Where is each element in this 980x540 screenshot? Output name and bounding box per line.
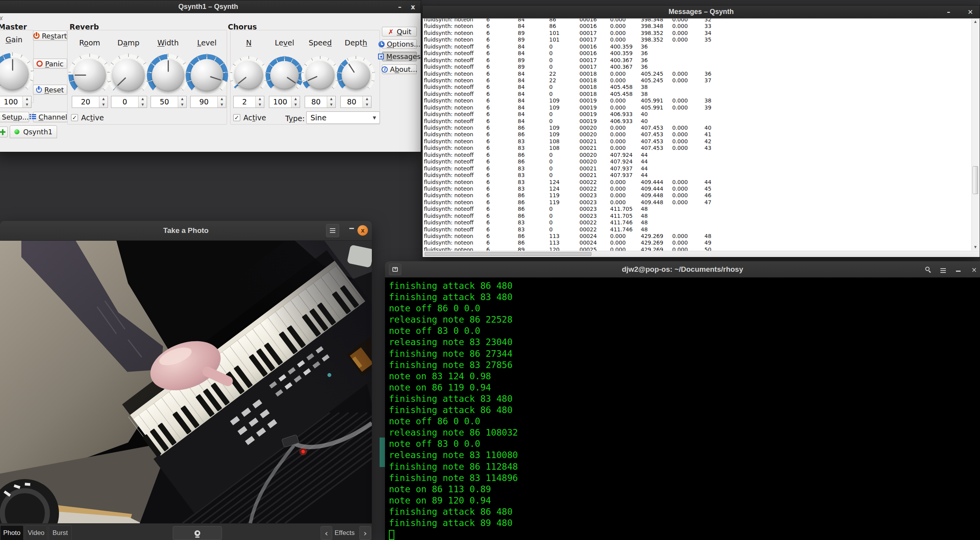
checkbox-icon[interactable]: ✓ <box>233 114 240 121</box>
scrollbar-thumb[interactable] <box>425 252 591 256</box>
log-cell: 6 <box>486 233 518 240</box>
quit-button[interactable]: ✗Quit <box>382 27 417 36</box>
log-cell <box>704 118 971 125</box>
vertical-scrollbar[interactable]: ▲ ▼ <box>971 19 979 250</box>
chorus-spinbox-0[interactable]: 2▲▼ <box>233 96 264 108</box>
reverb-spinbox-0[interactable]: 20▲▼ <box>72 96 108 108</box>
tab-photo[interactable]: Photo <box>0 525 24 540</box>
tab-burst[interactable]: Burst <box>49 525 72 540</box>
spin-up-icon[interactable]: ▲ <box>363 96 371 102</box>
reset-icon <box>36 87 42 93</box>
reverb-spinbox-2[interactable]: 50▲▼ <box>151 96 187 108</box>
effects-label[interactable]: Effects <box>335 526 355 540</box>
spin-down-icon[interactable]: ▼ <box>256 102 264 108</box>
spin-down-icon[interactable]: ▼ <box>178 102 186 108</box>
tab-video[interactable]: Video <box>25 525 47 540</box>
spin-up-icon[interactable]: ▲ <box>99 96 108 102</box>
engine-tab-qsynth1[interactable]: Qsynth1 <box>10 125 57 138</box>
log-cell: 101 <box>549 30 579 36</box>
gain-knob[interactable] <box>0 52 34 96</box>
minimize-button[interactable] <box>956 271 961 272</box>
spin-up-icon[interactable]: ▲ <box>291 96 300 102</box>
spin-buttons[interactable]: ▲▼ <box>23 96 31 108</box>
spin-down-icon[interactable]: ▼ <box>327 102 335 108</box>
terminal-titlebar[interactable]: djw2@pop-os: ~/Documents/rhosy × <box>385 261 980 278</box>
messages-button[interactable]: Messages <box>382 52 417 61</box>
close-icon[interactable]: x <box>405 0 421 13</box>
log-row: fluidsynth: noteoff683000022411.74648 <box>424 219 971 226</box>
chorus-spinbox-3[interactable]: 80▲▼ <box>340 96 371 108</box>
horizontal-scrollbar[interactable] <box>423 251 979 257</box>
spin-down-icon[interactable]: ▼ <box>218 102 226 108</box>
chorus-type-combo[interactable]: Sine▼ <box>306 111 380 124</box>
qsynth-titlebar[interactable]: Qsynth1 – Qsynth – x <box>0 0 421 13</box>
close-button[interactable]: x <box>357 225 368 236</box>
spin-down-icon[interactable]: ▼ <box>23 102 31 108</box>
log-cell: fluidsynth: noteoff <box>424 64 486 70</box>
gain-spinbox[interactable]: 100▲▼ <box>0 96 31 108</box>
spin-buttons[interactable]: ▲▼ <box>178 96 186 108</box>
chorus-knob-3[interactable] <box>336 56 375 95</box>
spin-buttons[interactable]: ▲▼ <box>217 96 226 108</box>
spin-up-icon[interactable]: ▲ <box>23 96 31 102</box>
spin-down-icon[interactable]: ▼ <box>139 102 147 108</box>
chorus-knob-1[interactable] <box>265 56 304 95</box>
spin-up-icon[interactable]: ▲ <box>139 96 147 102</box>
about-button[interactable]: iAbout... <box>382 64 417 74</box>
restart-button[interactable]: Restart <box>33 31 67 41</box>
new-tab-button[interactable] <box>389 264 401 275</box>
reverb-knob-1[interactable] <box>107 54 150 97</box>
spin-buttons[interactable]: ▲▼ <box>255 96 264 108</box>
panic-button[interactable]: Panic <box>33 59 67 69</box>
scroll-down-icon[interactable]: ▼ <box>972 244 979 250</box>
spin-up-icon[interactable]: ▲ <box>327 96 335 102</box>
spin-buttons[interactable]: ▲▼ <box>327 96 335 108</box>
spin-buttons[interactable]: ▲▼ <box>363 96 371 108</box>
add-engine-button[interactable] <box>0 127 8 137</box>
options-button[interactable]: Options... <box>382 39 417 49</box>
spin-up-icon[interactable]: ▲ <box>256 96 264 102</box>
terminal-output[interactable]: finishing attack 86 480finishing attack … <box>385 278 980 540</box>
minimize-button[interactable] <box>349 228 354 229</box>
minimize-icon[interactable]: – <box>941 5 956 18</box>
effects-next-button[interactable]: › <box>359 526 371 540</box>
messages-titlebar[interactable]: Messages – Qsynth – ✕ <box>423 5 980 18</box>
chorus-spinbox-1[interactable]: 100▲▼ <box>269 96 300 108</box>
checkbox-label: Active <box>81 113 104 122</box>
spin-up-icon[interactable]: ▲ <box>218 96 226 102</box>
log-cell: 400.359 <box>610 50 641 57</box>
log-cell: 86 <box>518 192 549 199</box>
checkbox-icon[interactable]: ✓ <box>71 114 78 121</box>
reverb-active-checkbox[interactable]: ✓Active <box>71 113 104 122</box>
spin-down-icon[interactable]: ▼ <box>363 102 371 108</box>
reset-button[interactable]: Reset <box>33 85 67 95</box>
close-button[interactable]: × <box>971 266 977 274</box>
log-cell: 00021 <box>579 145 610 151</box>
spin-up-icon[interactable]: ▲ <box>178 96 186 102</box>
channels-button[interactable]: Channels <box>33 112 68 122</box>
scroll-up-icon[interactable]: ▲ <box>972 19 979 25</box>
spin-buttons[interactable]: ▲▼ <box>291 96 300 108</box>
chorus-active-checkbox[interactable]: ✓Active <box>233 113 266 122</box>
log-cell: 38 <box>704 97 971 104</box>
effects-prev-button[interactable]: ‹ <box>321 526 332 540</box>
reverb-knob-3[interactable] <box>185 54 229 97</box>
log-cell: 00017 <box>579 57 610 64</box>
close-icon[interactable]: ✕ <box>963 5 978 18</box>
spin-buttons[interactable]: ▲▼ <box>138 96 147 108</box>
reverb-spinbox-3[interactable]: 90▲▼ <box>190 96 226 108</box>
search-button[interactable] <box>925 267 930 271</box>
setup-button[interactable]: Setup... <box>0 112 29 122</box>
spin-down-icon[interactable]: ▼ <box>291 102 300 108</box>
capture-button[interactable] <box>173 526 222 540</box>
menu-button[interactable] <box>326 224 339 237</box>
spin-down-icon[interactable]: ▼ <box>99 102 108 108</box>
reverb-spinbox-1[interactable]: 0▲▼ <box>111 96 147 108</box>
chorus-spinbox-2[interactable]: 80▲▼ <box>305 96 336 108</box>
camera-titlebar[interactable]: Take a Photo x <box>0 221 372 241</box>
gain-knob-label: Gain <box>0 35 37 44</box>
spin-buttons[interactable]: ▲▼ <box>99 96 108 108</box>
log-cell: 108 <box>549 145 579 151</box>
scrollbar-thumb[interactable] <box>973 166 978 194</box>
log-cell: 6 <box>486 91 518 97</box>
